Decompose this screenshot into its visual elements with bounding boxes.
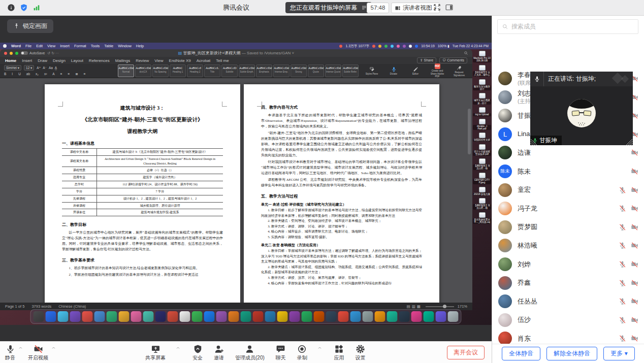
- dock-app-icon[interactable]: [241, 311, 251, 322]
- desktop-file[interactable]: 居住系统街景水平..._周杰路.caj: [473, 212, 491, 224]
- format-button[interactable]: B: [4, 72, 6, 76]
- view-icons[interactable]: ▤▥▦: [407, 304, 422, 309]
- style-option[interactable]: AaBbCcIHeading 2: [187, 64, 203, 77]
- security-shield-icon[interactable]: [20, 4, 28, 12]
- style-option[interactable]: AaBbCcDdEeStrong: [291, 64, 307, 77]
- format-button[interactable]: U: [18, 72, 21, 76]
- ribbon-tool[interactable]: Styles Pane: [363, 67, 381, 75]
- document-scrollbar[interactable]: [468, 109, 471, 154]
- desktop-file[interactable]: 学院聘任性文师: [473, 133, 491, 141]
- dock-app-icon[interactable]: [350, 311, 361, 322]
- desktop-file[interactable]: 【调研报告】河北山区...格局-2.pdf: [473, 198, 491, 210]
- leave-meeting-button[interactable]: 离开会议: [447, 346, 485, 359]
- desktop-file[interactable]: 20218-安地方案: [473, 187, 491, 195]
- dock-app-icon[interactable]: [289, 311, 300, 322]
- dock-app-icon[interactable]: [229, 311, 239, 322]
- format-button[interactable]: A⁻: [43, 66, 47, 70]
- dock-app-icon[interactable]: [216, 311, 227, 322]
- mac-menu-item[interactable]: Tools: [91, 44, 100, 48]
- language-indicator[interactable]: Chinese (China): [58, 304, 86, 309]
- mac-menu-item[interactable]: Word: [11, 44, 21, 48]
- mic-muted-icon[interactable]: [619, 316, 626, 324]
- camera-muted-icon[interactable]: [631, 205, 638, 212]
- lock-view-button[interactable]: 锁定画面: [7, 19, 53, 33]
- format-button[interactable]: A: [52, 72, 54, 76]
- member-row[interactable]: 童宏: [492, 181, 644, 200]
- desktop-file[interactable]: Macbook Pro 10 336.36 GB: [473, 51, 491, 62]
- dock-app-icon[interactable]: [94, 311, 105, 322]
- camera-muted-icon[interactable]: [631, 316, 638, 324]
- desktop-file[interactable]: 【调研报告】河北山区...格局-1.pdf: [473, 158, 491, 170]
- word-tab-10[interactable]: EndNote X9: [169, 58, 191, 63]
- word-tab-11[interactable]: Acrobat: [197, 58, 211, 63]
- toolbar-chat[interactable]: 聊天: [276, 344, 286, 361]
- style-option[interactable]: AaBbCcDdEeEmphasis: [256, 64, 272, 77]
- mute-all-button[interactable]: 全体静音: [502, 347, 540, 360]
- toolbar-shield[interactable]: 安全: [192, 344, 203, 361]
- camera-muted-icon[interactable]: [631, 335, 638, 342]
- camera-muted-icon[interactable]: [631, 223, 638, 231]
- toolbar-padd[interactable]: 邀请: [214, 344, 224, 361]
- camera-muted-icon[interactable]: [631, 242, 638, 249]
- format-button[interactable]: ≡: [68, 72, 70, 76]
- dock-app-icon[interactable]: [253, 311, 264, 322]
- desktop-file[interactable]: 城市文化公园及废...设计: [473, 93, 491, 105]
- share-button[interactable]: ⇪ Share: [417, 57, 437, 63]
- unmute-all-button[interactable]: 解除全体静音: [546, 347, 597, 360]
- dock-app-icon[interactable]: [399, 311, 410, 322]
- dock-app-icon[interactable]: [302, 311, 312, 322]
- desktop-file[interactable]: 【疫情模型】以人为本...城中心: [473, 65, 491, 77]
- format-button[interactable]: ≣: [75, 72, 78, 76]
- toolbar-mic[interactable]: 静音: [5, 344, 15, 361]
- dock-app-icon[interactable]: [265, 311, 276, 322]
- desktop-file[interactable]: 设计十问建筑模型房技术.pdf: [473, 144, 491, 156]
- member-row[interactable]: 林浩曦: [492, 236, 644, 255]
- mac-menu-item[interactable]: Table: [104, 44, 113, 48]
- format-button[interactable]: A̲: [55, 66, 57, 70]
- word-tab-4[interactable]: Design: [53, 58, 66, 63]
- style-option[interactable]: AaBbCcLTitle: [204, 64, 220, 77]
- word-tab-6[interactable]: References: [89, 58, 110, 63]
- camera-muted-icon[interactable]: [631, 298, 638, 305]
- toolbar-camoff[interactable]: 开启视频: [28, 344, 48, 361]
- ribbon-tool[interactable]: PDFCreate and Share Adobe PDF: [428, 63, 446, 78]
- speaking-overlay[interactable]: 正在讲话: 甘振坤; 甘振坤: [530, 72, 633, 145]
- dock-app-icon[interactable]: [192, 311, 203, 322]
- style-option[interactable]: AaBbCHeading 1: [170, 64, 186, 77]
- dock-app-icon[interactable]: [424, 311, 434, 322]
- resize-handle[interactable]: [626, 138, 632, 145]
- mic-muted-icon[interactable]: [619, 279, 626, 287]
- dock-app-icon[interactable]: [46, 311, 56, 322]
- dock-app-icon[interactable]: [277, 311, 288, 322]
- dock-app-icon[interactable]: [119, 311, 130, 322]
- network-info-icon[interactable]: [7, 4, 15, 12]
- format-button[interactable]: A⁺: [37, 66, 41, 70]
- page-indicator[interactable]: Page 1 of 5: [5, 304, 24, 309]
- search-member-input[interactable]: 搜索成员: [497, 19, 638, 34]
- ribbon-tool[interactable]: Request Signatures: [450, 65, 468, 77]
- word-tab-3[interactable]: Draw: [38, 58, 47, 63]
- dock-app-icon[interactable]: [58, 311, 69, 322]
- camera-muted-icon[interactable]: [631, 279, 638, 287]
- mic-muted-icon[interactable]: [619, 260, 626, 268]
- dock-app-icon[interactable]: [131, 311, 142, 322]
- word-tab-9[interactable]: View: [154, 58, 163, 63]
- member-row[interactable]: 乔鑫: [492, 274, 644, 292]
- style-option[interactable]: AaBbCcDdEeSubtle Emph.: [239, 64, 255, 77]
- word-search-icon[interactable]: [464, 51, 468, 55]
- word-count[interactable]: 3793 words: [31, 304, 51, 309]
- desktop-file[interactable]: ing to Upload: [473, 107, 491, 116]
- dock-app-icon[interactable]: [314, 311, 325, 322]
- mac-menu-item[interactable]: Format: [74, 44, 86, 48]
- format-button[interactable]: x₂: [36, 72, 39, 76]
- format-button[interactable]: x²: [44, 72, 47, 76]
- chevron-up-icon[interactable]: [317, 346, 322, 350]
- word-tab-1[interactable]: Home: [5, 58, 16, 63]
- dock-app-icon[interactable]: [204, 311, 215, 322]
- mic-muted-icon[interactable]: [619, 205, 626, 212]
- dock-app-icon[interactable]: [82, 311, 93, 322]
- chevron-up-icon[interactable]: [176, 346, 180, 350]
- dock-app-icon[interactable]: [436, 311, 446, 322]
- desktop-file[interactable]: CENTER CITY P.jpeg: [473, 173, 491, 184]
- member-row[interactable]: 任丛丛: [492, 292, 644, 311]
